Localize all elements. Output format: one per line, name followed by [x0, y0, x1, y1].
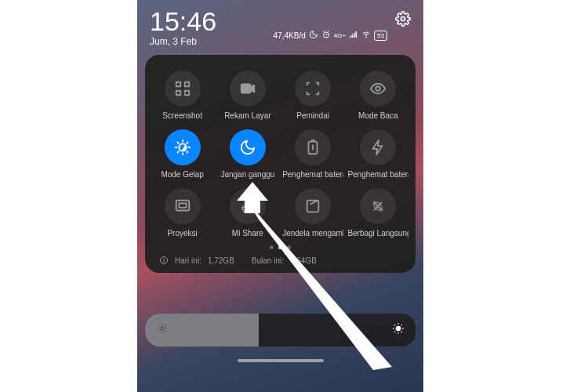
phone-screen: 15:46 Jum, 3 Feb 47,4KB/d 4G+ 53 Screens…	[137, 0, 423, 392]
brightness-high-icon	[392, 322, 405, 338]
tile-cast[interactable]: Proyeksi	[150, 185, 215, 241]
tile-label: Berbagi Langsung	[347, 229, 408, 238]
svg-rect-9	[176, 91, 180, 96]
signal-4g-icon: 4G+	[334, 32, 346, 39]
svg-rect-4	[356, 31, 358, 38]
data-rate: 47,4KB/d	[274, 31, 306, 40]
brightness-low-icon	[156, 322, 169, 338]
tile-record[interactable]: Rekam Layar	[215, 67, 280, 123]
screenshot-icon	[165, 71, 201, 107]
svg-point-20	[396, 326, 400, 330]
tile-label: Jangan ganggu	[220, 170, 274, 179]
scan-icon	[295, 71, 331, 107]
page-dot[interactable]	[287, 245, 291, 249]
battery-percent: 53	[374, 31, 387, 41]
svg-point-19	[161, 327, 164, 330]
svg-rect-11	[241, 85, 251, 93]
brightness-fill	[145, 314, 259, 347]
data-usage-row[interactable]: Hari ini: 1,72GB Bulan ini: 4,64GB	[150, 251, 411, 267]
svg-rect-3	[354, 33, 355, 38]
tile-label: Mode Baca	[358, 111, 398, 120]
page-dot[interactable]	[278, 245, 282, 249]
tile-nearby[interactable]: Berbagi Langsung	[346, 185, 411, 241]
usage-month-value: 4,64GB	[290, 256, 317, 265]
tile-eye[interactable]: Mode Baca	[346, 67, 411, 123]
tile-scan[interactable]: Pemindai	[281, 67, 346, 123]
tile-label: Pemindai	[296, 111, 329, 120]
tile-bolt[interactable]: Penghemat baterai	[346, 126, 411, 182]
tile-label: Rekam Layar	[224, 111, 270, 120]
tile-darkmode[interactable]: Mode Gelap	[150, 126, 215, 182]
tile-battery[interactable]: Penghemat baterai	[281, 126, 346, 182]
alarm-icon	[321, 30, 331, 41]
svg-rect-2	[352, 34, 354, 38]
battery-icon	[295, 129, 331, 165]
tile-label: Screenshot	[162, 111, 202, 120]
tile-label: Proyeksi	[167, 229, 197, 238]
tile-label: Penghemat baterai	[347, 170, 408, 179]
svg-rect-8	[184, 82, 189, 87]
tile-moon[interactable]: Jangan ganggu	[215, 126, 280, 182]
data-icon	[159, 256, 169, 265]
tile-mishare[interactable]: Mi Share	[215, 185, 280, 241]
moon-icon	[230, 129, 266, 165]
svg-point-12	[376, 86, 381, 91]
mishare-icon	[230, 188, 266, 224]
svg-rect-10	[184, 91, 189, 96]
svg-rect-16	[179, 203, 186, 208]
status-bar: 15:46 Jum, 3 Feb 47,4KB/d 4G+ 53	[137, 8, 423, 47]
tile-label: Penghemat baterai	[282, 170, 343, 179]
dnd-moon-icon	[309, 30, 318, 41]
bolt-icon	[360, 129, 396, 165]
quick-settings-panel: ScreenshotRekam LayarPemindaiMode BacaMo…	[145, 55, 416, 273]
svg-rect-1	[350, 36, 351, 38]
status-icons: 47,4KB/d 4G+ 53	[274, 30, 387, 41]
tile-screenshot[interactable]: Screenshot	[150, 67, 215, 123]
brightness-slider[interactable]	[145, 314, 416, 347]
usage-month-label: Bulan ini:	[252, 256, 284, 265]
tile-window[interactable]: Jendela mengambang	[281, 185, 346, 241]
page-indicator	[150, 241, 411, 251]
svg-point-5	[366, 37, 367, 38]
clock: 15:46	[150, 8, 216, 34]
darkmode-icon	[165, 129, 201, 165]
date: Jum, 3 Feb	[150, 36, 216, 47]
tile-label: Mode Gelap	[161, 170, 203, 179]
settings-button[interactable]	[395, 11, 411, 30]
cast-icon	[165, 188, 201, 224]
usage-today-label: Hari ini:	[175, 256, 201, 265]
svg-point-6	[401, 17, 405, 21]
usage-today-value: 1,72GB	[208, 256, 234, 265]
battery-icon: 53	[374, 31, 387, 41]
window-icon	[295, 188, 331, 224]
svg-rect-15	[176, 201, 189, 211]
record-icon	[230, 71, 266, 107]
tile-label: Jendela mengambang	[282, 229, 343, 238]
wifi-icon	[361, 30, 371, 41]
panel-handle[interactable]	[238, 359, 324, 362]
svg-rect-7	[176, 82, 180, 87]
page-dot[interactable]	[270, 245, 274, 249]
nearby-icon	[360, 188, 396, 224]
tile-label: Mi Share	[232, 229, 263, 238]
eye-icon	[360, 71, 396, 107]
signal-bars-icon	[349, 30, 358, 41]
